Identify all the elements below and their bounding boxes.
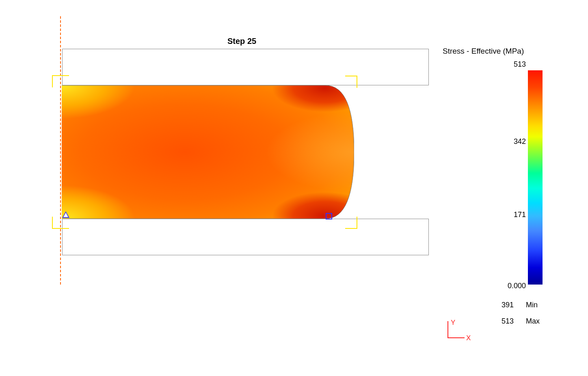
y-axis-label: Y xyxy=(451,319,455,327)
step-title: Step 25 xyxy=(227,37,256,46)
min-marker-icon xyxy=(62,211,69,218)
workpiece-contour xyxy=(62,85,354,219)
top-die xyxy=(62,49,429,85)
tick-342: 342 xyxy=(504,137,526,146)
max-label: Max xyxy=(526,317,540,326)
min-value: 391 xyxy=(502,301,514,309)
color-scale-bar xyxy=(528,70,543,285)
bottom-die xyxy=(62,219,429,255)
tick-171: 171 xyxy=(504,211,526,219)
x-axis-line-icon xyxy=(447,337,465,338)
tick-min: 0.000 xyxy=(499,282,526,290)
selection-bracket-bottom-right xyxy=(345,217,357,229)
selection-bracket-top-right xyxy=(345,76,357,88)
min-label: Min xyxy=(526,301,538,309)
legend-title: Stress - Effective (MPa) xyxy=(443,47,524,56)
legend-panel: Stress - Effective (MPa) 513 342 171 0.0… xyxy=(439,0,588,376)
y-axis-line-icon xyxy=(447,321,448,338)
x-axis-label: X xyxy=(466,334,471,342)
symmetry-axis xyxy=(60,16,61,285)
svg-rect-5 xyxy=(62,85,354,219)
simulation-viewport[interactable]: Step 25 xyxy=(0,0,439,376)
max-marker-icon xyxy=(326,213,332,220)
selection-bracket-top-left xyxy=(52,75,69,87)
max-value: 513 xyxy=(502,317,514,326)
tick-max: 513 xyxy=(504,60,526,69)
selection-bracket-bottom-left xyxy=(52,217,69,229)
axis-triad: Y X xyxy=(443,321,467,346)
